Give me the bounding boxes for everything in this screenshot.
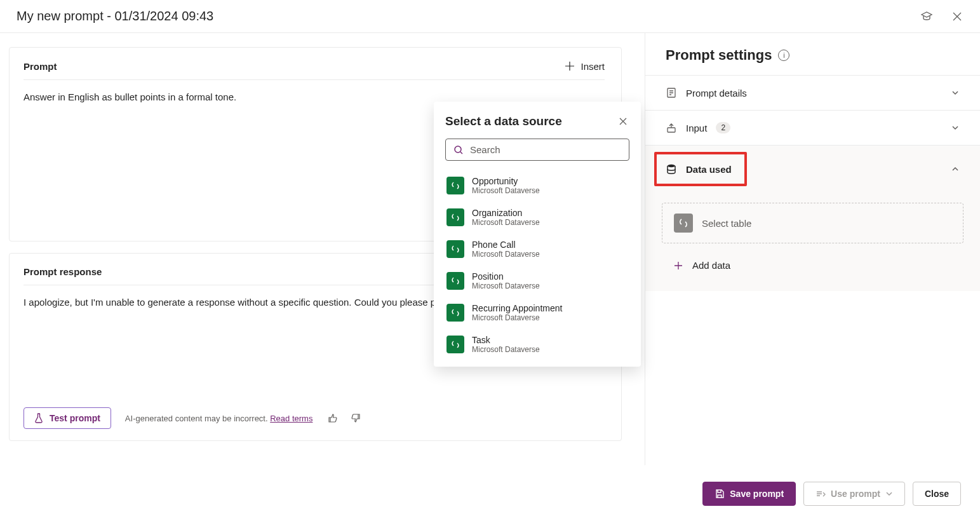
page-title: My new prompt - 01/31/2024 09:43: [17, 9, 213, 24]
data-used-highlight: Data used: [654, 152, 747, 186]
plus-icon: [673, 261, 683, 271]
search-box[interactable]: [445, 139, 629, 161]
data-source-item[interactable]: Recurring Appointment Microsoft Datavers…: [445, 297, 629, 329]
disclaimer-msg: AI-generated content may be incorrect.: [125, 414, 268, 423]
select-table-label: Select table: [702, 218, 751, 229]
data-source-list: Opportunity Microsoft Dataverse Organiza…: [445, 170, 629, 360]
plus-icon: [564, 60, 575, 72]
ds-sub: Microsoft Dataverse: [472, 250, 540, 259]
row-prompt-details[interactable]: Prompt details: [645, 76, 980, 110]
info-icon[interactable]: i: [778, 50, 789, 61]
row-input[interactable]: Input 2: [645, 111, 980, 145]
section-data-used: Data used Select table Add data: [645, 145, 980, 291]
svg-rect-1: [668, 128, 675, 132]
dataverse-icon: [446, 240, 464, 258]
ds-sub: Microsoft Dataverse: [472, 282, 540, 290]
ds-name: Organization: [472, 208, 540, 218]
footer: Save prompt Use prompt Close: [0, 472, 980, 516]
chevron-down-icon: [951, 123, 960, 132]
dataverse-icon: [446, 208, 464, 226]
chevron-down-icon: [951, 88, 960, 97]
use-label: Use prompt: [831, 489, 880, 499]
popup-close-icon[interactable]: [617, 115, 629, 128]
close-icon[interactable]: [951, 10, 963, 23]
data-source-item[interactable]: Phone Call Microsoft Dataverse: [445, 233, 629, 265]
dataverse-icon: [674, 214, 693, 233]
ds-text: Opportunity Microsoft Dataverse: [472, 176, 540, 195]
ds-text: Task Microsoft Dataverse: [472, 335, 540, 354]
search-input[interactable]: [470, 144, 621, 155]
prompt-text[interactable]: Answer in English as bullet points in a …: [23, 80, 605, 102]
ds-name: Phone Call: [472, 240, 540, 250]
insert-label: Insert: [581, 61, 605, 72]
row-data-used[interactable]: Data used: [645, 146, 980, 193]
header-actions: [920, 10, 963, 23]
data-source-item[interactable]: Task Microsoft Dataverse: [445, 329, 629, 360]
input-icon: [666, 122, 677, 133]
ds-sub: Microsoft Dataverse: [472, 218, 540, 227]
use-prompt-button[interactable]: Use prompt: [803, 482, 905, 506]
ds-sub: Microsoft Dataverse: [472, 313, 562, 322]
close-button[interactable]: Close: [913, 482, 961, 506]
ds-name: Opportunity: [472, 176, 540, 186]
ds-name: Task: [472, 335, 540, 345]
data-source-item[interactable]: Organization Microsoft Dataverse: [445, 201, 629, 233]
data-source-popup: Select a data source Opportunity Microso…: [434, 102, 641, 367]
dataverse-icon: [446, 272, 464, 290]
chevron-up-icon: [951, 165, 960, 173]
details-icon: [666, 87, 677, 98]
test-prompt-button[interactable]: Test prompt: [23, 407, 111, 429]
add-data-button[interactable]: Add data: [662, 252, 980, 278]
ds-sub: Microsoft Dataverse: [472, 186, 540, 195]
data-used-label: Data used: [686, 164, 732, 175]
section-input: Input 2: [645, 110, 980, 145]
learn-icon[interactable]: [920, 10, 933, 23]
save-prompt-button[interactable]: Save prompt: [702, 482, 796, 506]
prompt-details-label: Prompt details: [686, 88, 942, 98]
ds-text: Phone Call Microsoft Dataverse: [472, 240, 540, 259]
ds-name: Recurring Appointment: [472, 303, 562, 313]
data-source-item[interactable]: Opportunity Microsoft Dataverse: [445, 170, 629, 201]
response-footer: Test prompt AI-generated content may be …: [23, 407, 605, 429]
ds-text: Recurring Appointment Microsoft Datavers…: [472, 303, 562, 322]
database-icon: [666, 163, 677, 175]
page-header: My new prompt - 01/31/2024 09:43: [0, 0, 980, 33]
dataverse-icon: [446, 304, 464, 322]
save-icon: [715, 489, 725, 499]
ds-text: Organization Microsoft Dataverse: [472, 208, 540, 227]
section-prompt-details: Prompt details: [645, 75, 980, 110]
ds-name: Position: [472, 271, 540, 282]
input-label: Input: [686, 123, 707, 133]
data-source-item[interactable]: Position Microsoft Dataverse: [445, 265, 629, 297]
response-title: Prompt response: [23, 266, 102, 277]
add-data-label: Add data: [692, 260, 730, 271]
ds-sub: Microsoft Dataverse: [472, 345, 540, 354]
thumbs-up-icon[interactable]: [326, 412, 339, 424]
popup-title: Select a data source: [445, 114, 562, 128]
feedback-icons: [326, 412, 362, 424]
thumbs-down-icon[interactable]: [349, 412, 362, 424]
settings-panel: Prompt settings i Prompt details Input 2: [645, 33, 980, 465]
insert-button[interactable]: Insert: [564, 60, 605, 72]
chevron-down-icon: [885, 490, 893, 498]
read-terms-link[interactable]: Read terms: [270, 414, 312, 423]
svg-point-3: [455, 146, 461, 153]
ds-text: Position Microsoft Dataverse: [472, 271, 540, 290]
disclaimer-text: AI-generated content may be incorrect. R…: [125, 414, 313, 423]
use-icon: [816, 489, 826, 499]
settings-title: Prompt settings: [666, 47, 772, 64]
select-table-box[interactable]: Select table: [662, 203, 963, 243]
prompt-card-header: Prompt Insert: [23, 60, 605, 80]
save-label: Save prompt: [730, 489, 784, 499]
search-icon: [453, 145, 464, 155]
flask-icon: [34, 413, 43, 423]
prompt-title: Prompt: [23, 61, 57, 72]
svg-point-2: [668, 165, 675, 167]
test-prompt-label: Test prompt: [50, 413, 100, 423]
dataverse-icon: [446, 177, 464, 194]
input-count-badge: 2: [716, 122, 730, 133]
dataverse-icon: [446, 336, 464, 353]
settings-header: Prompt settings i: [645, 33, 980, 75]
close-label: Close: [925, 489, 949, 499]
popup-header: Select a data source: [445, 114, 629, 128]
